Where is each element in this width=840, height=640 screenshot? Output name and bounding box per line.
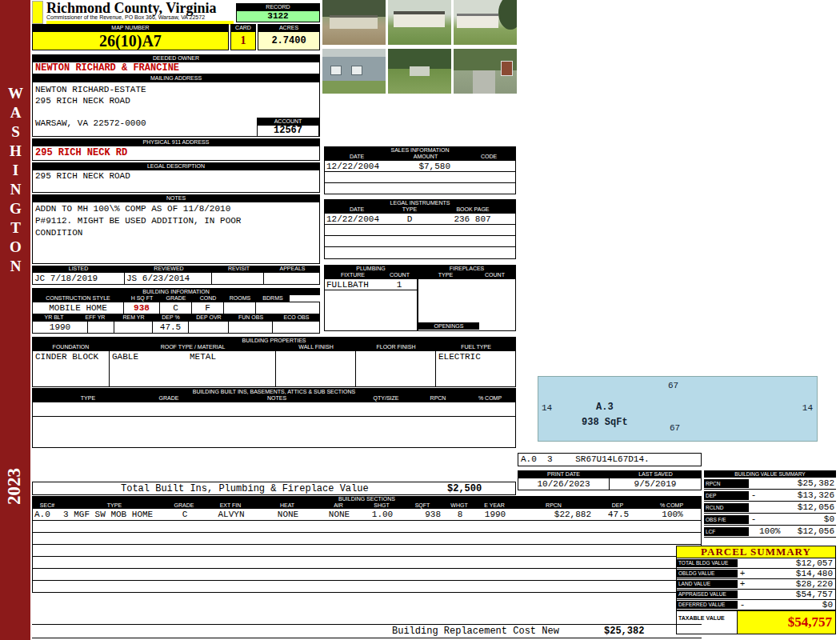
built-ins-body <box>32 402 516 448</box>
ps-label: TOTAL BLDG VALUE <box>677 559 738 567</box>
eff-yr-label: EFF YR <box>76 314 114 321</box>
property-photo-1[interactable] <box>322 0 386 45</box>
card-label: CARD <box>230 24 256 31</box>
empty-row <box>33 581 701 592</box>
construction-style-value: MOBILE HOME <box>33 302 124 314</box>
ps-op: + <box>738 569 747 578</box>
property-record-card: WASHINGTON 2023 Richmond County, Virgini… <box>0 0 840 640</box>
physical-911-value: 295 RICH NECK RD <box>32 146 320 161</box>
bvs-label: RPCN <box>704 479 749 488</box>
built-ins-col-rpcn: RPCN <box>412 395 464 402</box>
building-sections-table: BUILDING SECTIONS SEC# TYPE GRADE EXT FI… <box>32 496 702 593</box>
plumbing-col-fixture: FIXTURE <box>324 272 382 278</box>
built-ins-total-bar: Total Built Ins, Plumbing & Fireplace Va… <box>32 482 516 495</box>
sale-date: 12/22/2004 <box>325 161 390 172</box>
property-photo-3[interactable] <box>454 0 517 45</box>
sketch-code: SR67U14L67D14. <box>558 454 649 464</box>
taxable-value: $54,757 <box>738 611 835 634</box>
built-ins-col-grade: GRADE <box>144 395 194 402</box>
sidebar: WASHINGTON 2023 <box>0 0 30 640</box>
wall-finish-value <box>276 351 356 386</box>
reviewed-label: REVIEWED <box>125 266 213 272</box>
bvs-label: OBS F/E <box>704 515 749 524</box>
legal-col-type: TYPE <box>390 206 430 213</box>
built-ins-col-type: TYPE <box>32 395 144 402</box>
building-value-summary: BUILDING VALUE SUMMARY RPCN $25,382 DEP … <box>704 470 836 538</box>
building-properties-section: BUILDING PROPERTIES FOUNDATION ROOF TYPE… <box>32 337 516 387</box>
fuel-type-label: FUEL TYPE <box>436 344 516 350</box>
empty-row <box>33 569 701 581</box>
record-value: 3122 <box>236 10 320 22</box>
appeals-label: APPEALS <box>265 266 320 272</box>
bvs-row-obs: OBS F/E - $0 <box>704 514 836 526</box>
legal-description-label: LEGAL DESCRIPTION <box>32 162 320 170</box>
photo-tree-shape <box>498 0 517 30</box>
fireplaces-title: FIREPLACES <box>418 265 516 272</box>
dep-ovr-value <box>189 322 229 333</box>
fixture-count: 1 <box>382 279 417 290</box>
legal-col-bookpage: BOOK PAGE <box>430 206 516 213</box>
sketch-dim-left: 14 <box>542 403 552 413</box>
plumbing-row: FULLBATH 1 <box>325 279 417 290</box>
bs-eyear: 1990 <box>476 509 514 520</box>
bs-type: 3 MGF SW MOB HOME <box>63 509 167 520</box>
ps-op: + <box>738 579 747 589</box>
fireplaces-body: OPENINGS <box>418 278 516 331</box>
h-sq-ft-label: H SQ FT <box>124 295 160 302</box>
plumbing-section: PLUMBING FIXTURE COUNT FULLBATH 1 <box>324 265 418 331</box>
photo-window-shape <box>351 66 362 75</box>
legal-instruments-section: LEGAL INSTRUMENTS DATE TYPE BOOK PAGE 12… <box>324 199 516 259</box>
eco-obs-value <box>273 322 319 333</box>
cond-label: COND <box>192 295 224 302</box>
mailing-line-blank <box>35 106 319 118</box>
account-value: 12567 <box>257 125 319 137</box>
notes-label: NOTES <box>32 194 320 202</box>
built-ins-col-pct: % COMP <box>464 395 516 402</box>
photo-sign-shape <box>501 61 513 76</box>
legal-body: 12/22/2004 D 236 807 <box>324 213 516 259</box>
plumbing-title: PLUMBING <box>324 265 418 272</box>
acres-value: 2.7400 <box>258 31 320 50</box>
property-photo-6[interactable] <box>454 49 517 94</box>
ps-op: - <box>738 600 747 610</box>
bvs-value: $12,056 <box>759 502 836 512</box>
bvs-op: - <box>749 490 758 500</box>
sketch-canvas: 67 14 14 A.3 938 SqFt 67 <box>538 376 818 442</box>
bdrms-value <box>256 302 319 314</box>
bs-col-whgt: WHGT <box>443 502 475 509</box>
h-sq-ft-value: 938 <box>124 302 160 314</box>
photo-mobile-home-shape <box>394 11 445 27</box>
bvs-label: LCF <box>704 527 749 536</box>
notes-box: ADDN TO MH 100\% COMP AS OF 11/8/2010 P#… <box>32 202 320 264</box>
bs-col-shgt: SHGT <box>362 502 402 509</box>
roof-label: ROOF TYPE / MATERIAL <box>110 344 276 350</box>
listed-label: LISTED <box>32 266 125 272</box>
bs-col-sec: SEC# <box>32 502 62 509</box>
bs-shgt: 1.00 <box>362 509 402 520</box>
bs-col-heat: HEAT <box>259 502 315 509</box>
bvs-value: $12,056 <box>780 526 836 536</box>
yr-blt-label: YR BLT <box>32 314 76 321</box>
legal-col-date: DATE <box>324 206 390 213</box>
photo-road-shape <box>473 70 495 94</box>
rem-yr-label: REM YR <box>114 314 153 321</box>
map-number-value: 26(10)A7 <box>32 31 229 50</box>
fireplaces-col-count: COUNT <box>474 272 516 278</box>
property-photo-4[interactable] <box>322 49 386 94</box>
building-information-title: BUILDING INFORMATION <box>32 288 320 295</box>
commissioner-line: Commissioner of the Revenue, PO Box 366,… <box>46 14 205 20</box>
sales-information-title: SALES INFORMATION <box>324 146 516 154</box>
bs-col-grade: GRADE <box>166 502 202 509</box>
empty-row <box>33 557 701 569</box>
property-photo-5[interactable] <box>388 49 451 94</box>
rooms-value <box>224 302 256 314</box>
card-value: 1 <box>230 31 256 50</box>
bs-col-pctcomp: % COMP <box>642 502 702 509</box>
empty-row <box>325 236 515 247</box>
bdrms-label: BDRMS <box>256 295 290 302</box>
ps-label: DEFERRED VALUE <box>677 601 738 609</box>
bs-col-air: AIR <box>315 502 362 509</box>
sales-body: 12/22/2004 $7,580 <box>324 160 516 194</box>
property-photo-2[interactable] <box>388 0 451 45</box>
instrument-type: D <box>390 214 430 225</box>
